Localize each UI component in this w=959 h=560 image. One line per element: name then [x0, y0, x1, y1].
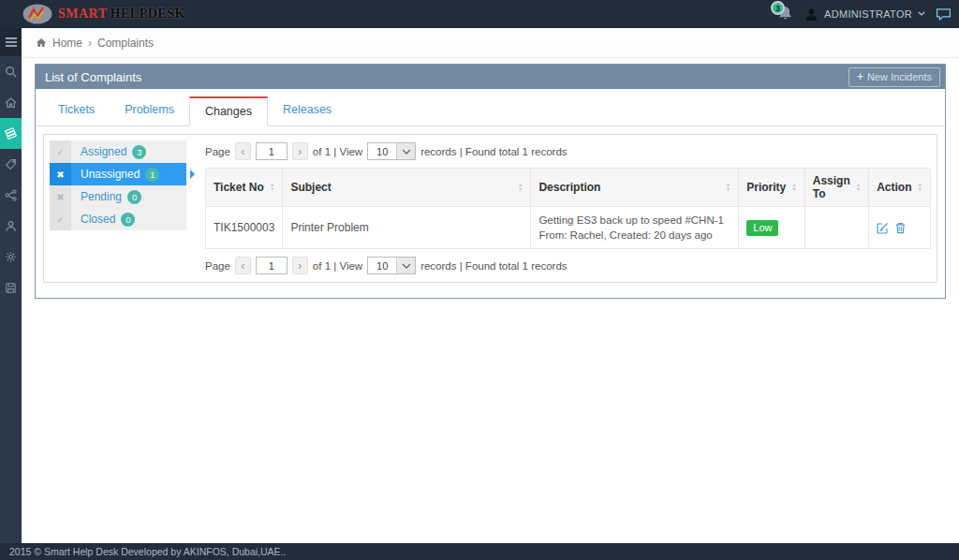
sidebar-item-home[interactable]	[0, 87, 22, 118]
new-incident-button[interactable]: + New Incidents	[848, 67, 940, 87]
tab-problems[interactable]: Problems	[110, 96, 189, 125]
edit-icon[interactable]	[877, 222, 889, 234]
breadcrumb: Home › Complaints	[22, 28, 959, 58]
table-row: TIK1500003 Printer Problem Getting ES3 b…	[206, 207, 931, 249]
complaint-tabs: Tickets Problems Changes Releases	[36, 89, 945, 126]
filter-label: Assigned	[81, 145, 126, 158]
logo-mark-icon	[22, 3, 55, 25]
records-found-label: records | Found total 1 records	[420, 260, 567, 272]
user-avatar-icon	[804, 7, 819, 22]
footer: 2015 © Smart Help Desk Developed by AKIN…	[0, 543, 959, 560]
column-header-assign-to[interactable]: Assign To▲▼	[804, 169, 868, 207]
page-label: Page	[205, 146, 230, 157]
cell-subject: Printer Problem	[283, 207, 531, 249]
share-icon	[5, 189, 17, 201]
filter-count-badge: 0	[127, 190, 141, 204]
page-number-input[interactable]	[256, 257, 288, 274]
page-label: Page	[205, 260, 230, 272]
chevron-down-icon	[402, 263, 411, 269]
select-dropdown-button[interactable]	[396, 143, 415, 159]
sort-icon: ▲▼	[786, 183, 796, 192]
column-header-subject[interactable]: Subject▲▼	[283, 169, 531, 207]
copyright-text: 2015 © Smart Help Desk Developed by AKIN…	[9, 546, 286, 557]
user-menu[interactable]: ADMINISTRATOR	[804, 7, 925, 22]
filter-label: Unassigned	[81, 168, 140, 181]
sidebar-item-tags[interactable]	[0, 149, 22, 180]
cell-assign-to	[804, 207, 868, 249]
new-incident-label: New Incidents	[867, 71, 932, 82]
cell-action	[869, 207, 931, 249]
check-icon: ✓	[50, 140, 71, 163]
page-number-input[interactable]	[256, 142, 288, 160]
sidebar-item-users[interactable]	[0, 211, 22, 242]
sidebar-item-reports[interactable]	[0, 273, 22, 303]
complaints-panel: List of Complaints + New Incidents Ticke…	[35, 64, 946, 299]
chevron-down-icon	[918, 11, 925, 17]
filter-count-badge: 0	[121, 213, 135, 227]
prev-page-button[interactable]: ‹	[235, 257, 251, 274]
plus-icon: +	[857, 70, 863, 83]
sidebar-item-tickets[interactable]	[0, 118, 22, 149]
panel-title: List of Complaints	[45, 70, 141, 84]
next-page-button[interactable]: ›	[292, 142, 308, 160]
sidebar-item-share[interactable]	[0, 180, 22, 211]
cell-priority: Low	[739, 207, 804, 249]
cell-ticket-no: TIK1500003	[206, 207, 283, 249]
gear-icon	[5, 251, 17, 263]
sort-icon: ▲▼	[720, 183, 730, 192]
tickets-icon	[5, 127, 17, 140]
disk-icon	[5, 282, 17, 294]
column-header-description[interactable]: Description▲▼	[531, 169, 739, 207]
tab-releases[interactable]: Releases	[268, 96, 347, 125]
of-view-label: of 1 | View	[313, 260, 362, 272]
tab-changes[interactable]: Changes	[189, 96, 268, 126]
menu-toggle-button[interactable]	[0, 28, 22, 56]
filter-unassigned[interactable]: ✖ Unassigned 1	[50, 163, 186, 185]
records-per-page-input[interactable]	[368, 258, 396, 273]
sort-icon: ▲▼	[850, 183, 861, 192]
column-header-action[interactable]: Action▲▼	[869, 169, 931, 207]
pagination-top: Page ‹ › of 1 | View	[205, 142, 931, 160]
breadcrumb-current: Complaints	[97, 37, 154, 50]
of-view-label: of 1 | View	[313, 146, 362, 157]
cell-description: Getting ES3 back up to speed #CHN-1 From…	[531, 207, 739, 249]
chat-icon[interactable]	[936, 7, 952, 22]
delete-icon[interactable]	[895, 222, 906, 234]
close-icon: ✖	[50, 185, 71, 208]
filter-label: Pending	[81, 190, 122, 203]
column-header-priority[interactable]: Priority▲▼	[739, 169, 804, 207]
sidebar-item-search[interactable]	[0, 56, 22, 87]
chevron-down-icon	[402, 149, 411, 155]
sort-icon: ▲▼	[512, 183, 523, 192]
app-logo: SMART HELPDESK	[0, 3, 185, 25]
notification-count-badge: 3	[771, 1, 785, 15]
home-icon	[5, 96, 17, 109]
check-icon: ✓	[50, 208, 71, 230]
sidebar-item-settings[interactable]	[0, 242, 22, 273]
breadcrumb-home-link[interactable]: Home	[52, 37, 82, 50]
user-icon	[5, 220, 17, 232]
pagination-bottom: Page ‹ › of 1 | View	[205, 257, 931, 274]
notifications-button[interactable]: 3	[777, 6, 794, 22]
records-per-page-input[interactable]	[368, 143, 396, 159]
filter-closed[interactable]: ✓ Closed 0	[50, 208, 186, 230]
records-per-page-select	[367, 257, 416, 274]
select-dropdown-button[interactable]	[396, 258, 415, 273]
topbar: SMART HELPDESK 3 ADMINISTRATOR	[0, 0, 959, 28]
tab-tickets[interactable]: Tickets	[43, 96, 110, 125]
breadcrumb-separator: ›	[88, 37, 92, 50]
filter-count-badge: 1	[145, 168, 159, 182]
hamburger-icon	[6, 37, 17, 39]
filter-pending[interactable]: ✖ Pending 0	[50, 185, 186, 208]
filter-label: Closed	[81, 213, 115, 226]
next-page-button[interactable]: ›	[292, 257, 308, 274]
records-per-page-select	[367, 142, 416, 160]
user-name-label: ADMINISTRATOR	[824, 8, 912, 20]
prev-page-button[interactable]: ‹	[235, 142, 251, 160]
column-header-ticket-no[interactable]: Ticket No▲▼	[206, 169, 283, 207]
priority-badge: Low	[746, 220, 778, 236]
filter-assigned[interactable]: ✓ Assigned 3	[50, 140, 186, 163]
close-icon: ✖	[50, 163, 71, 185]
status-filter-list: ✓ Assigned 3 ✖ Unassigned 1	[50, 140, 186, 230]
brand-name-primary: SMART	[58, 7, 108, 22]
